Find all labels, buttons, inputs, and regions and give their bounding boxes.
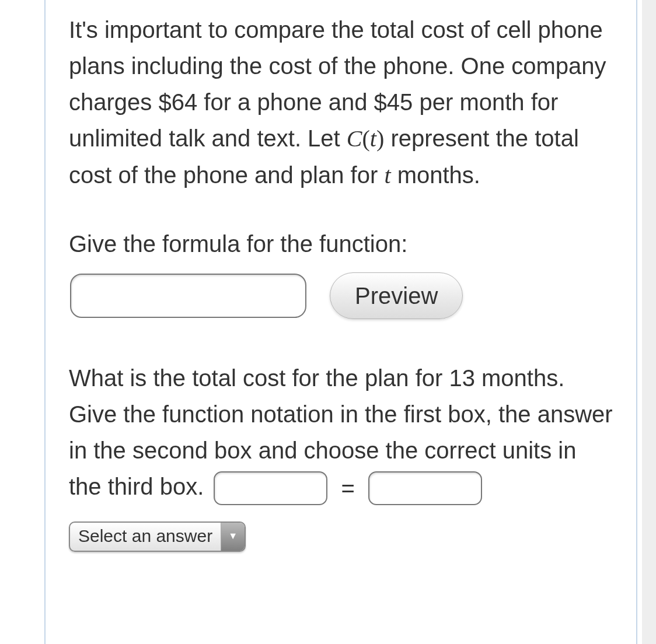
select-placeholder: Select an answer <box>70 523 221 551</box>
question-text: It's important to compare the total cost… <box>69 12 613 194</box>
var-t: t <box>384 162 390 188</box>
formula-prompt: Give the formula for the function: <box>69 226 613 262</box>
notation-input[interactable] <box>214 471 327 505</box>
chevron-down-icon: ▼ <box>221 523 245 551</box>
cost-prompt: What is the total cost for the plan for … <box>69 360 613 552</box>
answer-input[interactable] <box>368 471 482 505</box>
question-card: It's important to compare the total cost… <box>44 0 637 644</box>
formula-input[interactable] <box>70 274 306 318</box>
units-select[interactable]: Select an answer ▼ <box>69 522 246 552</box>
preview-button[interactable]: Preview <box>330 272 463 319</box>
formula-row: Preview <box>69 272 613 319</box>
cost-prompt-text: What is the total cost for the plan for … <box>69 365 613 499</box>
paren-open: ( <box>362 125 370 152</box>
paren-close: ) <box>376 125 384 152</box>
end-text: months. <box>391 162 480 188</box>
function-symbol: C <box>347 125 362 152</box>
equals-symbol: = <box>341 475 355 501</box>
function-arg: t <box>370 125 376 152</box>
